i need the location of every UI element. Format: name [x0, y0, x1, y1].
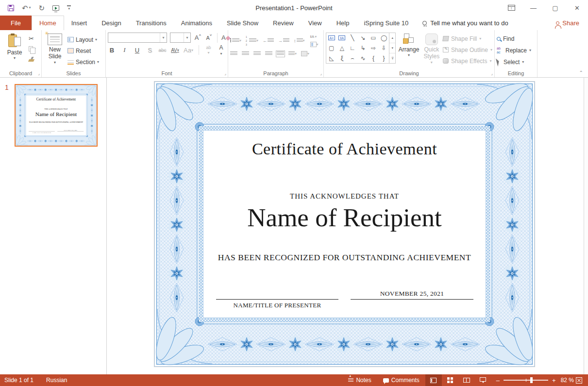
zoom-level[interactable]: 82 %	[561, 377, 574, 384]
language-indicator[interactable]: Russian	[46, 377, 67, 384]
font-name-dropdown-icon[interactable]: ▾	[160, 33, 167, 42]
maximize-icon[interactable]: ▢	[544, 0, 566, 16]
shape-down-arrow-icon[interactable]: ⇩	[379, 43, 389, 53]
certificate-title[interactable]: Certificate of Achievement	[201, 140, 488, 158]
font-color-button[interactable]: A	[217, 46, 225, 55]
tab-file[interactable]: File	[0, 16, 32, 30]
shape-gallery-more-icon[interactable]: ⊽	[389, 53, 395, 63]
tab-review[interactable]: Review	[266, 16, 301, 30]
shape-right-brace-icon[interactable]: }	[379, 53, 389, 63]
italic-button[interactable]: I	[120, 46, 129, 55]
tab-animations[interactable]: Animations	[174, 16, 219, 30]
text-direction-button[interactable]: ‖A	[310, 34, 319, 40]
columns-button[interactable]	[288, 51, 297, 56]
font-size-dropdown-icon[interactable]: ▾	[184, 33, 190, 42]
shape-textbox-icon[interactable]: A≡	[326, 33, 337, 43]
shape-scribble-icon[interactable]: ξ	[337, 53, 348, 63]
paragraph-dialog-launcher-icon[interactable]: ⌟	[320, 71, 322, 76]
paste-dropdown-icon[interactable]: ▾	[14, 56, 16, 61]
align-left-button[interactable]	[230, 51, 237, 56]
shape-right-arrow-icon[interactable]: ⇨	[368, 43, 379, 53]
line-spacing-button[interactable]: ↕	[294, 38, 305, 43]
close-icon[interactable]: ✕	[566, 0, 588, 16]
font-size-combobox[interactable]: ▾	[170, 33, 191, 43]
certificate-acknowledges[interactable]: THIS ACKNOWLEDGES THAT	[201, 192, 488, 201]
ribbon-display-options-icon[interactable]	[501, 0, 522, 16]
zoom-slider-thumb[interactable]	[530, 377, 533, 383]
tab-insert[interactable]: Insert	[64, 16, 95, 30]
bullets-button[interactable]	[230, 38, 241, 43]
align-right-button[interactable]	[253, 51, 261, 56]
tab-help[interactable]: Help	[329, 16, 357, 30]
align-text-button[interactable]	[310, 41, 319, 48]
shape-oval-icon[interactable]: ◯	[379, 33, 389, 43]
select-button[interactable]: Select	[497, 57, 531, 67]
fit-slide-to-window-icon[interactable]	[576, 377, 582, 384]
font-dialog-launcher-icon[interactable]: ⌟	[224, 71, 226, 76]
zoom-in-icon[interactable]: +	[552, 377, 556, 384]
layout-button[interactable]: Layout	[67, 34, 99, 45]
copy-button[interactable]	[29, 45, 36, 52]
change-case-button[interactable]: Aa	[184, 46, 193, 55]
shape-elbow-connector-icon[interactable]: ∟	[347, 43, 358, 53]
shape-rounded-rectangle-icon[interactable]: ▢	[326, 43, 337, 53]
minimize-icon[interactable]: —	[522, 0, 544, 16]
text-shadow-button[interactable]: S	[146, 46, 154, 55]
new-slide-button[interactable]: New Slide ▾	[44, 33, 66, 68]
shape-curve-icon[interactable]: ∿	[358, 53, 369, 63]
underline-button[interactable]: U	[133, 46, 141, 55]
smartart-button[interactable]	[301, 51, 309, 56]
share-button[interactable]: Share	[556, 16, 588, 30]
reset-button[interactable]: Reset	[67, 46, 99, 56]
shape-effects-button[interactable]: Shape Effects	[443, 56, 492, 66]
certificate-slide[interactable]: Certificate of Achievement THIS ACKNOWLE…	[154, 82, 535, 367]
tab-slide-show[interactable]: Slide Show	[219, 16, 266, 30]
distribute-button[interactable]	[277, 51, 284, 56]
vertical-scrollbar[interactable]	[584, 78, 588, 374]
tab-design[interactable]: Design	[94, 16, 128, 30]
redo-icon[interactable]: ↻	[39, 4, 45, 12]
zoom-out-icon[interactable]: –	[496, 377, 500, 384]
clipboard-dialog-launcher-icon[interactable]: ⌟	[38, 71, 40, 76]
shape-vertical-textbox-icon[interactable]: ‖A	[337, 33, 348, 43]
numbering-button[interactable]	[246, 35, 258, 47]
tab-home[interactable]: Home	[32, 16, 64, 30]
shape-elbow-arrow-icon[interactable]: ↳	[358, 43, 369, 53]
tell-me-box[interactable]: Tell me what you want to do	[422, 16, 508, 30]
character-spacing-button[interactable]: AV	[171, 46, 179, 55]
slide-sorter-view-button[interactable]	[442, 374, 458, 386]
slide-thumbnail[interactable]: Certificate of Achievement THIS ACKNOWLE…	[15, 84, 98, 147]
shape-arrow-icon[interactable]: ↘	[358, 33, 369, 43]
arrange-button[interactable]: Arrange ▾	[397, 33, 420, 68]
save-icon[interactable]	[8, 5, 14, 11]
shape-gallery-scrollbar[interactable]: ▴ ▾ ⊽	[389, 33, 395, 63]
tab-view[interactable]: View	[301, 16, 329, 30]
find-button[interactable]: Find	[497, 34, 531, 43]
justify-button[interactable]	[265, 51, 272, 56]
font-name-combobox[interactable]: ▾	[108, 33, 167, 43]
start-slideshow-icon[interactable]	[52, 5, 59, 11]
slide-show-button[interactable]	[475, 374, 491, 386]
undo-icon[interactable]: ↶▾	[22, 4, 31, 12]
drawing-dialog-launcher-icon[interactable]: ⌟	[491, 71, 493, 76]
shape-triangle-icon[interactable]: △	[337, 43, 348, 53]
decrease-font-size-button[interactable]: A˅	[205, 33, 213, 42]
format-painter-button[interactable]	[29, 55, 36, 63]
bold-button[interactable]: B	[108, 46, 116, 55]
shape-arc-icon[interactable]: ⌢	[347, 53, 358, 63]
shape-rectangle-icon[interactable]: ▭	[368, 33, 379, 43]
shape-scroll-up-icon[interactable]: ▴	[389, 33, 395, 43]
decrease-indent-button[interactable]: ←	[263, 38, 274, 43]
shape-left-brace-icon[interactable]: {	[368, 53, 379, 63]
paste-button[interactable]: Paste ▾	[2, 33, 27, 68]
align-center-button[interactable]	[242, 51, 249, 56]
reading-view-button[interactable]	[458, 374, 475, 386]
replace-button[interactable]: abacReplace	[497, 46, 531, 55]
shape-line-icon[interactable]: ╲	[347, 33, 358, 43]
normal-view-button[interactable]	[425, 374, 442, 386]
shape-fill-button[interactable]: Shape Fill	[443, 34, 492, 43]
notes-button[interactable]: Notes	[342, 374, 377, 386]
new-slide-dropdown-icon[interactable]: ▾	[54, 60, 56, 65]
tab-transitions[interactable]: Transitions	[129, 16, 174, 30]
strikethrough-button[interactable]: abc	[158, 46, 167, 55]
